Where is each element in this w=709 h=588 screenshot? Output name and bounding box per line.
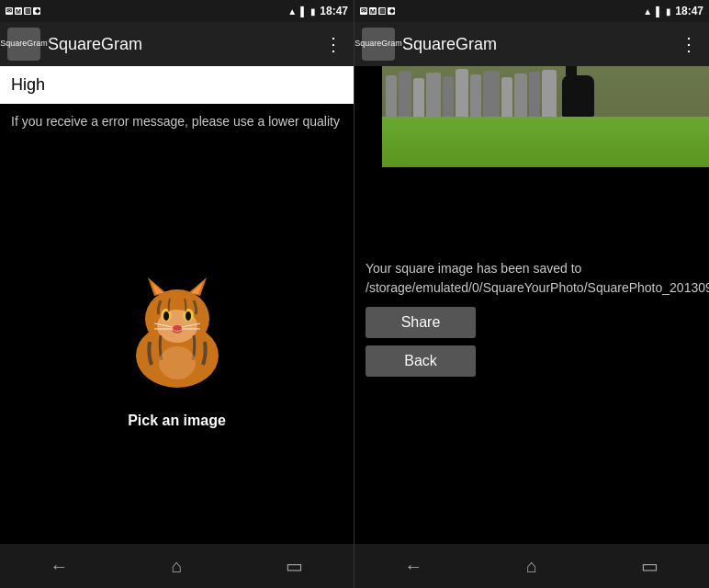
svg-point-10 — [186, 311, 191, 321]
right-status-bar: ✉ M ▥ ◈ 18:47 — [354, 0, 709, 22]
left-notif-icons: ✉ M ▥ ◈ — [6, 7, 40, 15]
left-app-logo: Square Gram — [7, 28, 40, 61]
action-buttons: Share Back — [354, 307, 709, 388]
right-status-right: 18:47 — [643, 5, 703, 17]
right-notif-icon-1: ✉ — [360, 7, 367, 15]
person-11 — [529, 72, 540, 117]
right-nav-bar: ← ⌂ ▭ — [354, 544, 709, 588]
person-2 — [399, 71, 411, 117]
left-content: High If you receive a error message, ple… — [0, 66, 354, 544]
person-4 — [426, 73, 441, 117]
back-button[interactable]: Back — [366, 345, 476, 377]
notif-icon-4: ◈ — [33, 7, 40, 15]
share-button[interactable]: Share — [366, 307, 476, 338]
right-battery-icon — [666, 6, 671, 17]
left-status-bar: ✉ M ▥ ◈ 18:47 — [0, 0, 354, 22]
person-10 — [514, 74, 527, 117]
quality-selector[interactable]: High — [0, 66, 354, 104]
right-home-icon: ⌂ — [526, 556, 537, 577]
right-menu-icon[interactable]: ⋮ — [676, 29, 702, 59]
left-nav-home[interactable]: ⌂ — [149, 549, 204, 582]
right-nav-back[interactable]: ← — [386, 549, 441, 582]
photo-grass-area — [382, 66, 709, 195]
right-back-icon: ← — [404, 556, 422, 577]
person-5 — [443, 76, 454, 117]
right-wifi-icon — [643, 6, 652, 17]
left-nav-bar: ← ⌂ ▭ — [0, 544, 354, 588]
quality-hint: If you receive a error message, please u… — [0, 104, 354, 141]
left-phone-panel: ✉ M ▥ ◈ 18:47 Square Gram SquareGram ⋮ H… — [0, 0, 354, 588]
person-1 — [386, 75, 397, 117]
people-row — [382, 66, 709, 117]
image-area[interactable]: Pick an image — [0, 141, 354, 544]
left-nav-recent[interactable]: ▭ — [267, 549, 322, 582]
notif-icon-2: M — [15, 7, 22, 15]
dog-head — [566, 66, 577, 77]
person-7 — [470, 74, 481, 117]
right-app-bar: Square Gram SquareGram ⋮ — [354, 22, 709, 66]
right-app-title: SquareGram — [402, 35, 669, 54]
left-recent-icon: ▭ — [286, 555, 303, 577]
photo-preview — [354, 66, 709, 250]
notif-icon-1: ✉ — [6, 7, 13, 15]
save-message: Your square image has been saved to /sto… — [354, 250, 709, 307]
dog-shape — [562, 75, 594, 117]
left-app-bar: Square Gram SquareGram ⋮ — [0, 22, 354, 66]
pick-image-label[interactable]: Pick an image — [128, 413, 226, 429]
left-menu-icon[interactable]: ⋮ — [321, 29, 346, 59]
left-signal-icon — [300, 6, 307, 17]
right-signal-icon — [656, 6, 662, 17]
right-notif-icon-2: M — [369, 7, 377, 15]
left-status-right: 18:47 — [287, 5, 348, 17]
svg-point-11 — [173, 325, 182, 331]
left-battery-icon — [310, 6, 316, 17]
left-status-time: 18:47 — [320, 5, 348, 17]
tiger-image — [104, 254, 251, 401]
right-nav-recent[interactable]: ▭ — [623, 549, 678, 582]
left-wifi-icon — [287, 6, 297, 17]
right-notif-icon-4: ◈ — [388, 7, 395, 15]
left-nav-back[interactable]: ← — [31, 549, 86, 582]
person-12 — [542, 70, 557, 117]
right-app-logo: Square Gram — [362, 28, 395, 61]
right-nav-home[interactable]: ⌂ — [504, 549, 559, 582]
person-6 — [456, 69, 468, 117]
right-recent-icon: ▭ — [641, 555, 658, 577]
left-app-title: SquareGram — [48, 35, 313, 54]
right-status-time: 18:47 — [675, 5, 703, 17]
left-mask — [354, 66, 382, 195]
svg-point-16 — [159, 346, 196, 379]
svg-point-9 — [163, 311, 169, 321]
person-3 — [413, 78, 424, 117]
left-home-icon: ⌂ — [171, 556, 182, 577]
right-notif-icons: ✉ M ▥ ◈ — [360, 7, 395, 15]
notif-icon-3: ▥ — [24, 7, 31, 15]
right-content: Your square image has been saved to /sto… — [354, 66, 709, 544]
person-9 — [501, 77, 512, 117]
person-8 — [483, 71, 500, 117]
right-phone-panel: ✉ M ▥ ◈ 18:47 Square Gram SquareGram ⋮ — [354, 0, 709, 588]
right-notif-icon-3: ▥ — [378, 7, 386, 15]
left-back-icon: ← — [50, 556, 68, 577]
